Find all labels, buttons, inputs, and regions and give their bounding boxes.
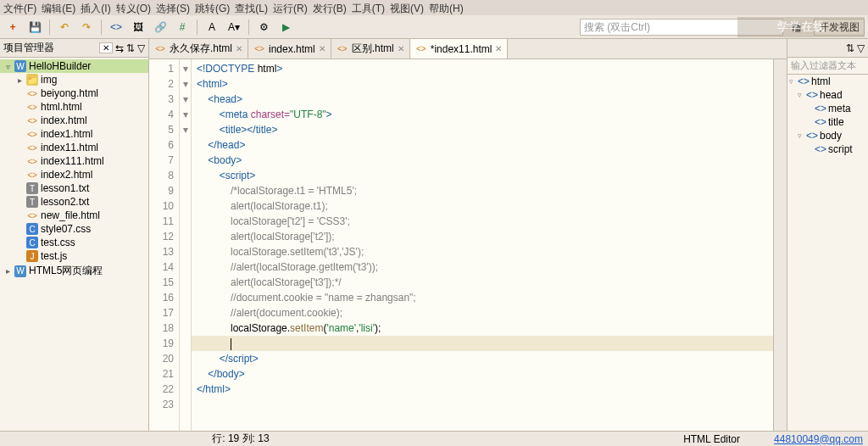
outline-tree[interactable]: ▿<>html▿<>head<>meta<>title▿<>body<>scri… (787, 75, 868, 156)
editor-mode: HTML Editor (683, 433, 740, 445)
perspective-button[interactable]: 开发视图 (814, 19, 865, 36)
menu-item[interactable]: 转义(O) (116, 2, 151, 14)
close-icon[interactable]: ✕ (495, 44, 502, 53)
undo-button[interactable]: ↶ (55, 18, 74, 36)
panel-title: 项目管理器 (3, 41, 97, 55)
tree-item[interactable]: <>new_file.html (0, 209, 148, 222)
line-gutter: 1234567891011121314151617181920212223 (149, 59, 180, 431)
text-dd[interactable]: A▾ (225, 18, 243, 36)
outline-item[interactable]: <>title (787, 115, 868, 129)
tag-button[interactable]: <> (107, 18, 125, 36)
tree-item[interactable]: Tlesson2.txt (0, 195, 148, 209)
toolbar: + 💾 ↶ ↷ <> 🖼 🔗 # A A▾ ⚙ ▶ 搜索 (双击Ctrl) ▦ … (0, 15, 868, 39)
menu-item[interactable]: 编辑(E) (42, 2, 75, 14)
menu-item[interactable]: 查找(L) (235, 2, 268, 14)
project-tree[interactable]: ▿WHelloHBuilder▸📁img<>beiyong.html<>html… (0, 58, 148, 431)
tree-item[interactable]: ▸WHTML5网页编程 (0, 263, 148, 279)
outline-item[interactable]: ▿<>html (787, 75, 868, 88)
scrollbar-vertical[interactable] (773, 59, 787, 431)
tree-item[interactable]: ▿WHelloHBuilder (0, 59, 148, 73)
close-icon[interactable]: ✕ (236, 44, 242, 53)
editor-area: <>永久保存.html✕<>index.html✕<>区别.html✕<>*in… (149, 39, 787, 431)
link-button[interactable]: 🔗 (151, 18, 170, 36)
outline-item[interactable]: <>script (787, 142, 868, 156)
menu-item[interactable]: 发行(B) (313, 2, 347, 14)
tree-item[interactable]: <>index1.html (0, 127, 148, 141)
outline-sort-icon[interactable]: ⇅ (846, 42, 854, 54)
collapse-icon[interactable]: ⇆ (115, 42, 124, 54)
tree-item[interactable]: <>index11.html (0, 141, 148, 154)
menu-item[interactable]: 工具(T) (352, 2, 385, 14)
menu-item[interactable]: 插入(I) (81, 2, 110, 14)
menu-item[interactable]: 帮助(H) (429, 2, 464, 14)
link-icon[interactable]: ⇅ (126, 42, 135, 54)
editor-tabs: <>永久保存.html✕<>index.html✕<>区别.html✕<>*in… (149, 39, 787, 59)
outline-item[interactable]: ▿<>body (787, 129, 868, 142)
tree-item[interactable]: <>index111.html (0, 154, 148, 168)
tree-item[interactable]: <>index.html (0, 114, 148, 127)
panel-close-icon[interactable]: ✕ (99, 42, 113, 53)
outline-item[interactable]: <>meta (787, 102, 868, 115)
tree-item[interactable]: Tlesson1.txt (0, 181, 148, 195)
menu-icon[interactable]: ▽ (137, 42, 145, 54)
menubar: 文件(F)编辑(E)插入(I)转义(O)选择(S)跳转(G)查找(L)运行(R)… (0, 0, 868, 15)
cursor-position: 行: 19 列: 13 (212, 432, 269, 446)
menu-item[interactable]: 选择(S) (156, 2, 190, 14)
tree-item[interactable]: Jtest.js (0, 249, 148, 263)
editor-tab[interactable]: <>区别.html✕ (331, 39, 410, 59)
fold-gutter[interactable]: ▾▾▾▾▾ (180, 59, 192, 431)
css-button[interactable]: # (173, 18, 192, 36)
menu-item[interactable]: 文件(F) (3, 2, 36, 14)
menu-item[interactable]: 视图(V) (390, 2, 424, 14)
outline-panel: ⇅ ▽ 输入过滤器文本 ▿<>html▿<>head<>meta<>title▿… (787, 39, 868, 431)
outline-filter[interactable]: 输入过滤器文本 (787, 58, 868, 75)
save-button[interactable]: 💾 (25, 18, 44, 36)
close-icon[interactable]: ✕ (398, 44, 404, 53)
outline-menu-icon[interactable]: ▽ (857, 42, 865, 54)
tree-item[interactable]: <>beiyong.html (0, 86, 148, 100)
editor-tab[interactable]: <>永久保存.html✕ (149, 39, 248, 59)
tree-item[interactable]: ▸📁img (0, 73, 148, 86)
tree-item[interactable]: Cstyle07.css (0, 222, 148, 236)
text-button[interactable]: A (203, 18, 221, 36)
close-icon[interactable]: ✕ (319, 44, 326, 53)
qr-icon[interactable]: ▦ (787, 18, 805, 36)
menu-item[interactable]: 运行(R) (273, 2, 308, 14)
menu-item[interactable]: 跳转(G) (195, 2, 230, 14)
project-panel: 项目管理器 ✕ ⇆ ⇅ ▽ ▿WHelloHBuilder▸📁img<>beiy… (0, 39, 149, 431)
new-button[interactable]: + (3, 18, 22, 36)
redo-button[interactable]: ↷ (77, 18, 96, 36)
editor-tab[interactable]: <>*index11.html✕ (410, 39, 509, 59)
outline-item[interactable]: ▿<>head (787, 88, 868, 102)
account-email[interactable]: 44810049@qq.com (774, 433, 863, 445)
status-bar: 行: 19 列: 13 HTML Editor 44810049@qq.com (0, 431, 868, 446)
tree-item[interactable]: <>html.html (0, 100, 148, 114)
tree-item[interactable]: Ctest.css (0, 236, 148, 249)
img-button[interactable]: 🖼 (129, 18, 147, 36)
tree-item[interactable]: <>index2.html (0, 168, 148, 181)
run-button[interactable]: ▶ (276, 18, 295, 36)
code-editor[interactable]: <!DOCTYPE html><html> <head> <meta chars… (192, 59, 773, 431)
cfg-button[interactable]: ⚙ (254, 18, 273, 36)
editor-tab[interactable]: <>index.html✕ (248, 39, 331, 59)
search-input[interactable]: 搜索 (双击Ctrl) (580, 19, 783, 36)
